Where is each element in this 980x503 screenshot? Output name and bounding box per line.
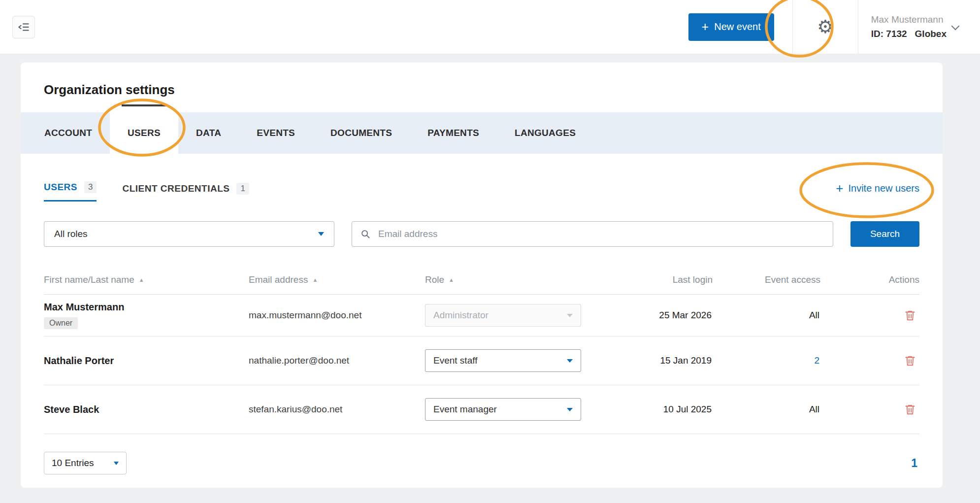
page-number[interactable]: 1 <box>911 457 919 470</box>
tab-label: DATA <box>196 128 221 138</box>
header-last-login: Last login <box>588 274 713 285</box>
tab-payments[interactable]: PAYMENTS <box>410 112 497 154</box>
tab-label: USERS <box>128 128 161 138</box>
tab-label: ACCOUNT <box>44 128 92 138</box>
user-full-name: Max Mustermann <box>44 302 249 313</box>
trash-icon <box>904 309 916 322</box>
user-full-name: Steve Black <box>44 404 249 415</box>
owner-badge: Owner <box>44 317 78 329</box>
table-row: Nathalie Porter nathalie.porter@doo.net … <box>44 336 919 385</box>
search-button[interactable]: Search <box>850 221 919 247</box>
table-row: Steve Black stefan.karius@doo.net Event … <box>44 385 919 434</box>
role-cell: Administrator <box>425 304 588 327</box>
gear-icon: ⚙ <box>817 18 833 36</box>
subtab-row: USERS 3 CLIENT CREDENTIALS 1 + Invite ne… <box>21 181 943 201</box>
subtab-users[interactable]: USERS 3 <box>44 181 97 201</box>
plus-icon: + <box>702 21 709 33</box>
trash-icon <box>904 354 916 367</box>
user-email-cell: max.mustermann@doo.net <box>249 310 425 321</box>
last-login-cell: 15 Jan 2019 <box>588 355 713 366</box>
header-label: Email address <box>249 274 308 285</box>
settings-tabbar: ACCOUNT USERS DATA EVENTS DOCUMENTS PAYM… <box>21 112 943 154</box>
chevron-down-icon <box>567 408 573 411</box>
header-email[interactable]: Email address ▲ <box>249 274 425 285</box>
role-value: Event manager <box>433 404 497 415</box>
chevron-down-icon <box>567 359 573 363</box>
email-search-input[interactable] <box>377 228 825 240</box>
role-value: Administrator <box>433 310 489 321</box>
sort-asc-icon: ▲ <box>139 277 144 283</box>
role-cell: Event manager <box>425 398 588 421</box>
actions-cell <box>820 403 919 416</box>
entries-per-page-select[interactable]: 10 Entries <box>44 452 127 474</box>
new-event-button[interactable]: + New event <box>688 13 774 41</box>
tab-account[interactable]: ACCOUNT <box>27 112 110 154</box>
tab-documents[interactable]: DOCUMENTS <box>313 112 410 154</box>
new-event-label: New event <box>714 21 761 33</box>
delete-user-button[interactable] <box>904 309 916 322</box>
topbar: + New event ⚙ Max Mustermann ID: 7132 Gl… <box>0 0 980 54</box>
actions-cell <box>820 354 919 367</box>
chevron-down-icon[interactable] <box>951 22 960 30</box>
role-select[interactable]: Event manager <box>425 398 581 421</box>
invite-new-users-label: Invite new users <box>848 183 919 194</box>
chevron-down-icon <box>114 462 119 465</box>
user-full-name: Nathalie Porter <box>44 355 249 367</box>
delete-user-button[interactable] <box>904 403 916 416</box>
subtab-users-label: USERS <box>44 182 77 193</box>
chevron-down-icon <box>567 314 573 317</box>
email-search-box <box>352 221 833 247</box>
page-title: Organization settings <box>21 63 943 98</box>
user-id: ID: 7132 <box>871 29 907 39</box>
header-event-access: Event access <box>713 274 820 285</box>
settings-button[interactable]: ⚙ <box>793 0 858 54</box>
trash-icon <box>904 403 916 416</box>
collapse-sidebar-button[interactable] <box>12 16 35 38</box>
users-table: First name/Last name ▲ Email address ▲ R… <box>21 274 943 434</box>
actions-cell <box>820 309 919 322</box>
tab-data[interactable]: DATA <box>178 112 239 154</box>
user-menu[interactable]: Max Mustermann ID: 7132 Globex <box>858 14 952 39</box>
user-name: Max Mustermann <box>871 14 947 25</box>
org-name: Globex <box>915 29 947 39</box>
search-icon <box>360 229 371 239</box>
header-label: First name/Last name <box>44 274 134 285</box>
role-value: Event staff <box>433 355 477 366</box>
tab-label: PAYMENTS <box>427 128 479 138</box>
tab-users[interactable]: USERS <box>110 112 178 154</box>
event-access-cell: All <box>713 310 820 321</box>
role-filter-value: All roles <box>54 229 88 239</box>
invite-new-users-button[interactable]: + Invite new users <box>836 182 919 201</box>
entries-value: 10 Entries <box>52 458 94 469</box>
subtab-client-credentials[interactable]: CLIENT CREDENTIALS 1 <box>122 183 249 201</box>
header-actions: Actions <box>820 274 919 285</box>
tab-languages[interactable]: LANGUAGES <box>497 112 593 154</box>
sort-asc-icon: ▲ <box>449 277 454 283</box>
role-select[interactable]: Event staff <box>425 349 581 372</box>
table-row: Max Mustermann Owner max.mustermann@doo.… <box>44 295 919 336</box>
filter-row: All roles Search <box>21 221 943 247</box>
collapse-sidebar-icon <box>17 21 30 34</box>
plus-icon: + <box>836 182 843 195</box>
tab-label: LANGUAGES <box>515 128 576 138</box>
chevron-down-icon <box>318 232 324 236</box>
user-email-cell: nathalie.porter@doo.net <box>249 355 425 366</box>
header-label: Role <box>425 274 444 285</box>
last-login-cell: 10 Jul 2025 <box>588 404 713 415</box>
tab-events[interactable]: EVENTS <box>239 112 313 154</box>
header-role[interactable]: Role ▲ <box>425 274 588 285</box>
delete-user-button[interactable] <box>904 354 916 367</box>
user-name-cell: Max Mustermann Owner <box>44 302 249 329</box>
event-access-cell: All <box>713 404 820 415</box>
subtab-credentials-label: CLIENT CREDENTIALS <box>122 183 229 194</box>
tab-label: EVENTS <box>257 128 295 138</box>
header-label: Event access <box>765 274 820 285</box>
last-login-cell: 25 Mar 2026 <box>588 310 713 321</box>
event-access-link[interactable]: 2 <box>713 355 820 366</box>
sort-asc-icon: ▲ <box>312 277 318 283</box>
tab-label: DOCUMENTS <box>330 128 392 138</box>
header-name[interactable]: First name/Last name ▲ <box>44 274 249 285</box>
header-label: Actions <box>889 274 919 285</box>
role-filter-select[interactable]: All roles <box>44 221 334 247</box>
header-label: Last login <box>673 274 713 285</box>
